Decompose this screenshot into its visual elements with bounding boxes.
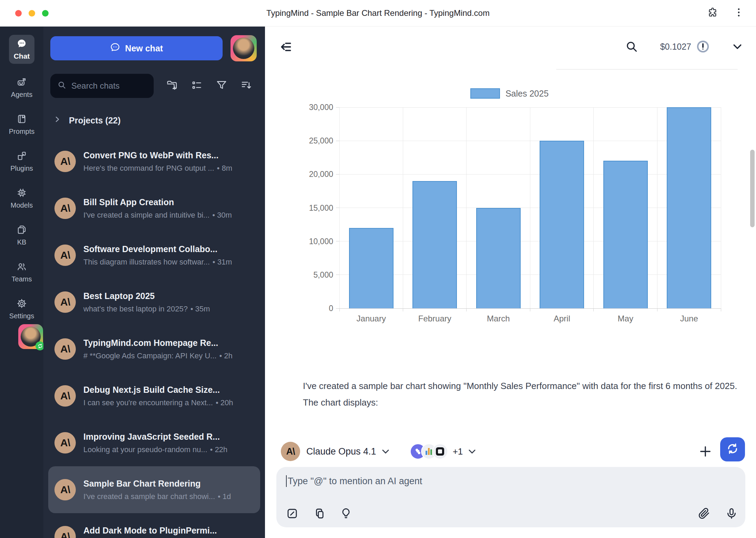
message-input[interactable]: Type "@" to mention an AI agent xyxy=(286,475,736,487)
window-title: TypingMind - Sample Bar Chart Rendering … xyxy=(0,8,756,18)
chat-list-item[interactable]: A\ TypingMind.com Homepage Re... # **Goo… xyxy=(48,326,260,372)
x-axis-tick-label: June xyxy=(680,314,698,323)
nav-label: Prompts xyxy=(9,128,34,136)
microphone-icon[interactable] xyxy=(725,507,738,521)
search-messages-icon[interactable] xyxy=(625,40,638,53)
chat-subtitle: Looking at your pseudo-random nu...• 22h xyxy=(83,445,254,454)
paperclip-icon[interactable] xyxy=(698,507,710,521)
chat-title: Best Laptop 2025 xyxy=(83,291,254,301)
alert-circle-icon[interactable] xyxy=(696,40,710,53)
chat-list: A\ Convert PNG to WebP with Res... Here'… xyxy=(48,138,260,538)
chart-legend[interactable]: Sales 2025 xyxy=(298,88,721,99)
anthropic-avatar-icon: A\ xyxy=(54,526,76,538)
chat-subtitle: I can see you're encountering a Next...•… xyxy=(83,398,254,407)
model-chevron-down-icon[interactable] xyxy=(380,446,391,457)
titlebar: TypingMind - Sample Bar Chart Rendering … xyxy=(0,0,756,27)
bar-chart-canvas[interactable] xyxy=(339,107,721,308)
add-attachment-button[interactable] xyxy=(698,445,712,458)
search-chats-input[interactable]: Search chats xyxy=(50,74,154,98)
legend-swatch xyxy=(470,88,500,99)
filter-icon[interactable] xyxy=(216,79,227,92)
chat-list-item[interactable]: A\ Convert PNG to WebP with Res... Here'… xyxy=(48,138,260,185)
chip-icon xyxy=(17,188,27,199)
chat-sidebar: New chat Search chats xyxy=(43,27,265,538)
regenerate-button[interactable] xyxy=(720,437,745,461)
chat-title: Improving JavaScript Seeded R... xyxy=(83,432,254,442)
chat-list-item[interactable]: A\ Add Dark Mode to PluginPermi... xyxy=(48,513,260,538)
anthropic-avatar-icon: A\ xyxy=(54,198,76,219)
lightbulb-icon[interactable] xyxy=(340,507,352,521)
chat-timestamp: • 1d xyxy=(218,492,231,501)
collapse-sidebar-icon[interactable] xyxy=(279,40,294,54)
nav-item-agents[interactable]: Agents xyxy=(11,77,32,99)
bar-april xyxy=(540,141,584,308)
chat-subtitle: what's the best laptop in 2025?• 35m xyxy=(83,305,254,313)
plugins-selector[interactable]: +1 xyxy=(410,444,478,459)
edit-square-icon[interactable] xyxy=(286,507,298,521)
chat-timestamp: • 30m xyxy=(212,211,232,219)
robot-icon xyxy=(17,77,27,89)
chat-timestamp: • 8m xyxy=(217,164,232,172)
plugin-keyboard-key-icon xyxy=(432,444,448,459)
chat-list-item[interactable]: A\ Sample Bar Chart Rendering I've creat… xyxy=(48,466,260,513)
legend-label: Sales 2025 xyxy=(505,89,549,99)
nav-item-models[interactable]: Models xyxy=(11,188,33,209)
bar-may xyxy=(603,161,648,308)
nav-label: Settings xyxy=(9,312,34,320)
anthropic-avatar-icon: A\ xyxy=(54,245,76,266)
projects-section-toggle[interactable]: Projects (22) xyxy=(53,113,121,128)
new-chat-bubble-icon xyxy=(110,42,120,54)
chat-title: TypingMind.com Homepage Re... xyxy=(83,338,254,348)
chevron-right-icon xyxy=(53,115,61,126)
chat-subtitle: # **Google Ads Campaign: API Key U...• 2… xyxy=(83,351,254,360)
chat-bubble-icon xyxy=(17,38,27,50)
nav-item-settings[interactable]: Settings xyxy=(9,298,34,320)
chat-timestamp: • 31m xyxy=(213,258,232,266)
search-placeholder: Search chats xyxy=(71,81,120,91)
plugins-more-count: +1 xyxy=(453,446,463,457)
sort-icon[interactable] xyxy=(241,79,252,92)
anthropic-avatar-icon: A\ xyxy=(54,432,76,454)
y-tick xyxy=(336,208,339,208)
nav-item-kb[interactable]: KB xyxy=(17,225,27,246)
close-window-button[interactable] xyxy=(15,10,22,17)
gear-icon xyxy=(17,298,27,310)
nav-label: Chat xyxy=(14,52,30,60)
scrollbar-thumb[interactable] xyxy=(750,150,755,227)
nav-label: Agents xyxy=(11,91,32,99)
chat-list-item[interactable]: A\ Improving JavaScript Seeded R... Look… xyxy=(48,419,260,466)
chat-list-item[interactable]: A\ Software Development Collabo... This … xyxy=(48,232,260,279)
anthropic-avatar-icon: A\ xyxy=(54,338,76,360)
nav-item-teams[interactable]: Teams xyxy=(12,261,32,283)
new-folder-icon[interactable] xyxy=(166,79,178,92)
nav-label: KB xyxy=(17,238,27,246)
chat-title: Convert PNG to WebP with Res... xyxy=(83,150,254,160)
bar-february xyxy=(412,181,457,308)
profile-avatar[interactable] xyxy=(231,35,257,61)
extensions-icon[interactable] xyxy=(707,7,718,19)
chevron-down-icon[interactable] xyxy=(731,40,744,53)
y-tick xyxy=(336,308,339,309)
x-axis-labels: JanuaryFebruaryMarchAprilMayJune xyxy=(339,308,721,323)
chat-list-item[interactable]: A\ Bill Split App Creation I've created … xyxy=(48,185,260,232)
browser-menu-icon[interactable] xyxy=(733,7,744,19)
chat-list-item[interactable]: A\ Debug Next.js Build Cache Size... I c… xyxy=(48,372,260,419)
new-chat-button[interactable]: New chat xyxy=(50,36,223,60)
checklist-icon[interactable] xyxy=(191,79,203,92)
new-chat-label: New chat xyxy=(125,43,163,53)
chat-subtitle: This diagram illustrates how softwar...•… xyxy=(83,258,254,267)
nav-item-plugins[interactable]: Plugins xyxy=(10,151,33,172)
user-avatar[interactable] xyxy=(18,324,43,349)
chat-title: Debug Next.js Build Cache Size... xyxy=(83,385,254,395)
usage-cost[interactable]: $0.1027 xyxy=(660,42,691,52)
chat-subtitle: I've created a simple and intuitive bi..… xyxy=(83,211,254,220)
chat-list-item[interactable]: A\ Best Laptop 2025 what's the best lapt… xyxy=(48,279,260,326)
nav-item-prompts[interactable]: Prompts xyxy=(9,114,34,136)
zoom-window-button[interactable] xyxy=(42,10,49,17)
chat-title: Software Development Collabo... xyxy=(83,244,254,254)
refresh-icon xyxy=(726,442,739,457)
model-selector[interactable]: Claude Opus 4.1 xyxy=(306,446,376,457)
minimize-window-button[interactable] xyxy=(29,10,35,17)
pages-icon[interactable] xyxy=(313,507,325,521)
nav-item-chat[interactable]: Chat xyxy=(9,35,35,64)
